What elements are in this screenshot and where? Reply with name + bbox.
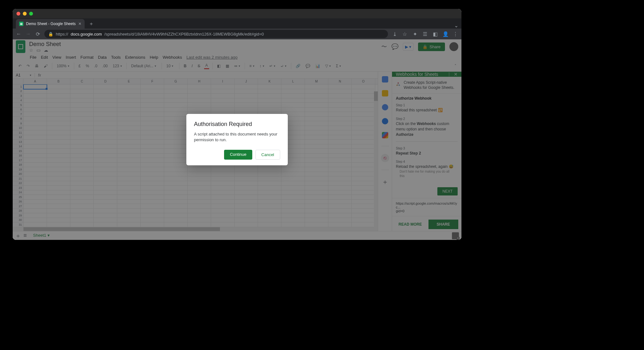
authorization-dialog: Authorisation Required A script attached… <box>186 114 288 165</box>
url-host: docs.google.com <box>71 32 102 36</box>
tab-strip: ▦ Demo Sheet - Google Sheets ✕ ＋ ⌄ <box>13 18 461 29</box>
install-app-icon[interactable]: ⤓ <box>392 31 397 37</box>
sheets-favicon-icon: ▦ <box>19 22 23 26</box>
extensions-icon[interactable]: ✦ <box>412 31 418 37</box>
new-tab-button[interactable]: ＋ <box>87 20 95 28</box>
dialog-body: A script attached to this document needs… <box>194 131 280 143</box>
window-close-dot[interactable] <box>16 12 20 16</box>
side-panel-icon[interactable]: ◧ <box>432 31 438 37</box>
window-minimize-dot[interactable] <box>23 12 27 16</box>
window-zoom-dot[interactable] <box>29 12 33 16</box>
continue-button[interactable]: Continue <box>224 150 252 160</box>
url-input[interactable]: 🔒 https://docs.google.com/spreadsheets/d… <box>44 30 388 38</box>
browser-menu-icon[interactable]: ⋮ <box>453 31 458 37</box>
page-content: Demo Sheet ☆ ▭ ☁ 〜 💬 ▶ ▾ 🔒Share <box>13 39 461 240</box>
tab-list-dropdown-icon[interactable]: ⌄ <box>454 23 458 29</box>
tab-title: Demo Sheet - Google Sheets <box>26 22 76 26</box>
address-bar: ← → ⟳ 🔒 https://docs.google.com/spreadsh… <box>13 29 461 39</box>
url-path: /spreadsheets/d/18iAMHV4vW9hNZZhCXP6Bztx… <box>104 32 264 36</box>
tab-close-icon[interactable]: ✕ <box>78 22 81 26</box>
reading-list-icon[interactable]: ☰ <box>422 31 428 37</box>
address-bar-actions: ⤓ ☆ ✦ ☰ ◧ 👤 ⋮ <box>392 31 458 37</box>
browser-window: ▦ Demo Sheet - Google Sheets ✕ ＋ ⌄ ← → ⟳… <box>13 9 461 240</box>
browser-tab[interactable]: ▦ Demo Sheet - Google Sheets ✕ <box>16 19 85 29</box>
lock-icon: 🔒 <box>48 32 53 36</box>
bookmark-icon[interactable]: ☆ <box>402 31 408 37</box>
modal-scrim[interactable]: Authorisation Required A script attached… <box>13 39 461 240</box>
forward-icon[interactable]: → <box>25 31 31 37</box>
cancel-button[interactable]: Cancel <box>255 150 280 160</box>
profile-icon[interactable]: 👤 <box>442 31 448 37</box>
url-prefix: https:// <box>56 32 68 36</box>
dialog-title: Authorisation Required <box>194 121 280 128</box>
window-titlebar <box>13 9 461 18</box>
reload-icon[interactable]: ⟳ <box>35 31 41 37</box>
back-icon[interactable]: ← <box>16 31 22 37</box>
